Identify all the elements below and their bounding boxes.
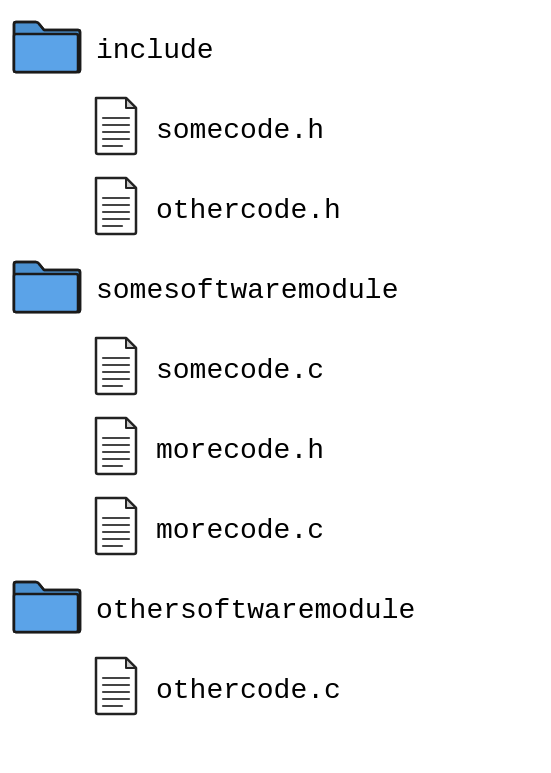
svg-rect-1 [14,34,78,72]
file-tree: include somecode.h othercode.h somesoftw… [0,10,551,730]
folder-label: include [96,35,214,66]
folder-icon [10,256,82,324]
folder-item[interactable]: othersoftwaremodule [0,570,551,650]
file-icon [90,336,142,404]
file-icon [90,416,142,484]
file-item[interactable]: othercode.c [0,650,551,730]
folder-icon [10,576,82,644]
file-item[interactable]: somecode.c [0,330,551,410]
folder-item[interactable]: include [0,10,551,90]
folder-label: somesoftwaremodule [96,275,398,306]
file-label: somecode.h [156,115,324,146]
file-label: morecode.h [156,435,324,466]
svg-rect-13 [14,274,78,312]
file-item[interactable]: morecode.h [0,410,551,490]
file-label: somecode.c [156,355,324,386]
file-label: othercode.h [156,195,341,226]
svg-rect-30 [14,594,78,632]
folder-label: othersoftwaremodule [96,595,415,626]
folder-item[interactable]: somesoftwaremodule [0,250,551,330]
file-icon [90,176,142,244]
file-icon [90,96,142,164]
file-label: morecode.c [156,515,324,546]
file-label: othercode.c [156,675,341,706]
file-icon [90,656,142,724]
file-icon [90,496,142,564]
file-item[interactable]: morecode.c [0,490,551,570]
file-item[interactable]: othercode.h [0,170,551,250]
folder-icon [10,16,82,84]
file-item[interactable]: somecode.h [0,90,551,170]
